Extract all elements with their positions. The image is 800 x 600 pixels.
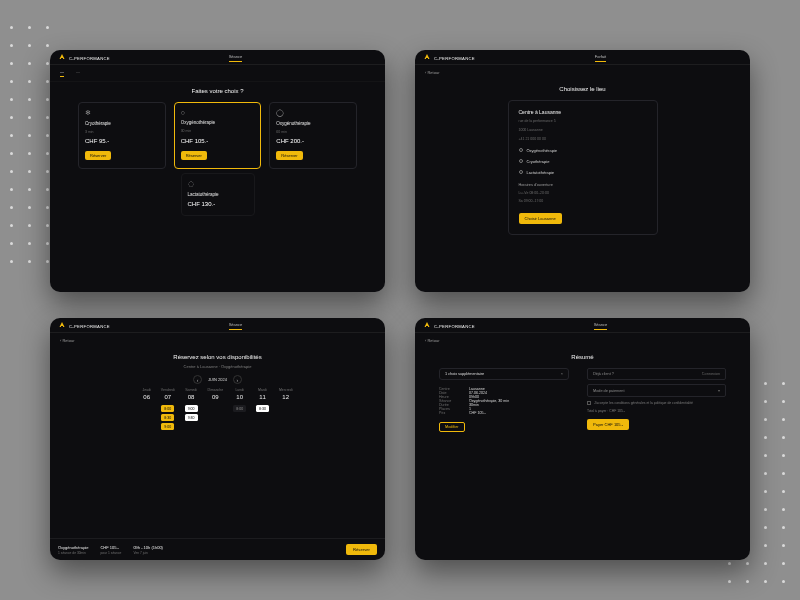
screen-choose-location: C-PERFORMANCE Forfait Retour Choisissez … (415, 50, 750, 292)
choose-location-button[interactable]: Choisir Lausanne (519, 213, 562, 224)
terms-checkbox[interactable]: J'accepte les conditions générales et la… (587, 401, 726, 405)
f-val: 09h - 10h (1h00) (133, 545, 163, 550)
day-number[interactable]: 06 (143, 394, 150, 400)
service-card-lactato[interactable]: ◌ Lactatothérapie CHF 130.- (181, 173, 255, 216)
day-number[interactable]: 10 (236, 394, 243, 400)
page-title: Réservez selon vos disponibilités (50, 354, 385, 360)
circle-icon: ○ (181, 109, 255, 116)
service-cards: ❄ Cryothérapie 3 min CHF 95.- Réserver ○… (50, 102, 385, 169)
card-name: Lactatothérapie (188, 192, 248, 197)
summary-key: Prix (439, 411, 463, 415)
total-label: Total à payer : CHF 105.- (587, 409, 625, 413)
day-label: Jeudi (142, 388, 150, 392)
location-address1: rue de la performance 5 (519, 119, 647, 124)
extra-choice-pill[interactable]: 1 choix supplémentaire × (439, 368, 569, 380)
snowflake-icon: ❄ (85, 109, 159, 117)
card-price: CHF 200.- (276, 138, 350, 144)
card-sub: 30 min (181, 129, 255, 133)
location-phone: +41 21 000 00 00 (519, 137, 647, 142)
brand-text: C-PERFORMANCE (69, 56, 110, 61)
logo-icon (423, 54, 431, 62)
hours-1: Lu–Ve 08:00–20:00 (519, 191, 647, 195)
decorative-dots-tl (0, 26, 52, 266)
f-val: CHF 105.- (100, 545, 121, 550)
day-label: Lundi (235, 388, 244, 392)
card-sub: 3 min (85, 130, 159, 134)
day-number[interactable]: 11 (259, 394, 266, 400)
close-icon[interactable]: × (561, 372, 563, 376)
service-card-cryo[interactable]: ❄ Cryothérapie 3 min CHF 95.- Réserver (78, 102, 166, 169)
bullet-icon (519, 148, 523, 152)
service-card-oxy60[interactable]: ◯ Oxygénothérapie 60 min CHF 200.- Réser… (269, 102, 357, 169)
day-column: Jeudi06 (142, 388, 150, 430)
reserve-button[interactable]: Réserver (276, 151, 302, 160)
f-val: Oxygénothérapie (58, 545, 88, 550)
prev-week-button[interactable]: ‹ (193, 375, 202, 384)
brand[interactable]: C-PERFORMANCE (423, 54, 475, 62)
time-slot[interactable]: 9:30 (185, 414, 198, 421)
month-switcher: ‹ JUIN 2024 › (50, 375, 385, 384)
time-slot[interactable]: 9:00 (185, 405, 198, 412)
day-number[interactable]: 12 (282, 394, 289, 400)
day-slots: 9:009:30 (185, 405, 198, 421)
hours-2: Sa 09:00–17:00 (519, 199, 647, 203)
page-title: Résumé (415, 354, 750, 360)
login-label: Déjà client ? (593, 372, 614, 376)
f-label: pour 1 séance (100, 551, 121, 555)
next-week-button[interactable]: › (233, 375, 242, 384)
day-number[interactable]: 09 (212, 394, 219, 400)
location-name: Centre à Lausanne (519, 109, 647, 115)
checkbox-icon[interactable] (587, 401, 591, 405)
center-tab[interactable]: Forfait (595, 54, 606, 62)
login-link[interactable]: Connexion (702, 372, 720, 376)
payment-select[interactable]: Mode de paiement ▾ (587, 384, 726, 397)
service-line-cryo: Cryothérapie (519, 159, 647, 164)
center-tab[interactable]: Séance (229, 322, 243, 330)
reserve-button[interactable]: Réserver (85, 151, 111, 160)
time-slot[interactable]: 8:00 (233, 405, 246, 412)
time-slot[interactable]: 9:00 (161, 423, 174, 430)
back-button[interactable]: Retour (50, 333, 385, 348)
subnav-item-active[interactable]: — (60, 69, 64, 77)
center-tab[interactable]: Séance (594, 322, 608, 330)
login-line: Déjà client ? Connexion (587, 368, 726, 380)
back-button[interactable]: Retour (415, 65, 750, 80)
day-number[interactable]: 08 (188, 394, 195, 400)
page-title: Faites votre choix ? (50, 88, 385, 94)
back-button[interactable]: Retour (415, 333, 750, 348)
brand[interactable]: C-PERFORMANCE (58, 322, 110, 330)
reserve-button[interactable]: Réserver (181, 151, 207, 160)
time-slot[interactable]: 8:30 (161, 414, 174, 421)
page-subtitle: Centre à Lausanne · Oxygénothérapie (50, 364, 385, 369)
topbar: C-PERFORMANCE Forfait (415, 50, 750, 65)
brand-text: C-PERFORMANCE (69, 324, 110, 329)
subnav-item[interactable]: — (76, 69, 80, 77)
service-line-lact: Lactatothérapie (519, 170, 647, 175)
brand[interactable]: C-PERFORMANCE (423, 322, 475, 330)
pay-button[interactable]: Payer CHF 105.- (587, 419, 629, 430)
time-slot[interactable]: 8:30 (256, 405, 269, 412)
service-line-oxy: Oxygénothérapie (519, 148, 647, 153)
brand-text: C-PERFORMANCE (434, 324, 475, 329)
time-slot[interactable]: 8:00 (161, 405, 174, 412)
days-row: Jeudi06Vendredi078:008:309:00Samedi089:0… (50, 388, 385, 430)
month-label: JUIN 2024 (208, 377, 227, 382)
day-slots: 8:30 (256, 405, 269, 412)
center-tab[interactable]: Séance (229, 54, 243, 62)
day-number[interactable]: 07 (164, 394, 171, 400)
hours-label: Horaires d'ouverture (519, 183, 647, 187)
day-slots: 8:00 (233, 405, 246, 412)
day-column: Mercredi12 (279, 388, 293, 430)
modify-button[interactable]: Modifier (439, 422, 465, 432)
day-label: Mercredi (279, 388, 293, 392)
f-label: Ven 7 juin (133, 551, 163, 555)
topbar: C-PERFORMANCE Séance (50, 50, 385, 65)
brand-text: C-PERFORMANCE (434, 56, 475, 61)
brand[interactable]: C-PERFORMANCE (58, 54, 110, 62)
subnav: — — (50, 65, 385, 82)
service-card-oxy30[interactable]: ○ Oxygénothérapie 30 min CHF 105.- Réser… (174, 102, 262, 169)
service-label: Oxygénothérapie (527, 148, 557, 153)
footer-reserve-button[interactable]: Réserver (346, 544, 377, 555)
topbar: C-PERFORMANCE Séance (415, 318, 750, 333)
checkout-form: Déjà client ? Connexion Mode de paiement… (587, 368, 726, 432)
